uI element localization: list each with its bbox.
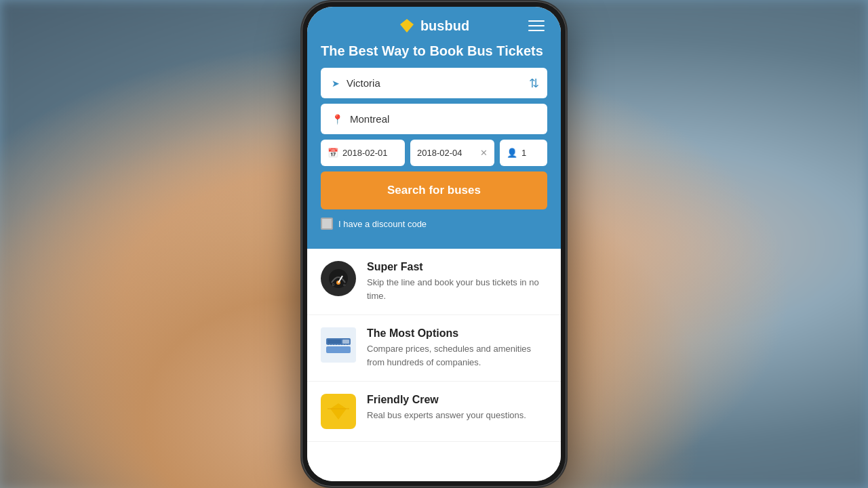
features-section: 0 ∞ Super Fast Skip the line and book yo… xyxy=(307,249,561,481)
departure-date-field[interactable]: 📅 2018-02-01 xyxy=(321,140,405,166)
return-date-value: 2018-02-04 xyxy=(417,148,462,158)
svg-marker-0 xyxy=(400,19,414,33)
swap-button[interactable]: ⇅ xyxy=(529,76,539,91)
feature-fast-content: Super Fast Skip the line and book your b… xyxy=(367,261,547,302)
svg-text:0: 0 xyxy=(332,283,334,287)
discount-label: I have a discount code xyxy=(338,219,427,229)
svg-rect-9 xyxy=(328,340,341,344)
hero-title: The Best Way to Book Bus Tickets xyxy=(321,42,547,60)
feature-options-content: The Most Options Compare prices, schedul… xyxy=(367,327,547,369)
diamond-svg xyxy=(323,396,353,426)
passengers-icon: 👤 xyxy=(507,148,517,158)
passengers-field[interactable]: 👤 1 xyxy=(500,140,547,166)
phone-frame: busbud The Best Way to Book Bus Tickets … xyxy=(302,1,566,487)
feature-crew-title: Friendly Crew xyxy=(367,394,547,406)
discount-checkbox[interactable] xyxy=(321,218,333,230)
menu-line-1 xyxy=(528,20,545,22)
return-date-field[interactable]: 2018-02-04 ✕ xyxy=(410,140,494,166)
passengers-value: 1 xyxy=(521,148,526,158)
menu-button[interactable] xyxy=(526,18,547,34)
destination-field[interactable]: 📍 xyxy=(321,104,547,134)
feature-crew-content: Friendly Crew Real bus experts answer yo… xyxy=(367,394,547,422)
svg-rect-10 xyxy=(342,340,349,344)
menu-line-3 xyxy=(528,30,545,31)
location-arrow-icon: ➤ xyxy=(332,78,340,89)
destination-input[interactable] xyxy=(350,113,536,125)
location-pin-icon: 📍 xyxy=(332,114,343,125)
feature-fast-desc: Skip the line and book your bus tickets … xyxy=(367,276,547,302)
feature-fast-title: Super Fast xyxy=(367,261,547,273)
feature-options-desc: Compare prices, schedules and amenities … xyxy=(367,342,547,369)
feature-item-crew: Friendly Crew Real bus experts answer yo… xyxy=(307,382,561,442)
calendar-icon: 📅 xyxy=(328,148,338,158)
search-form: ➤ ⇅ 📍 📅 2018-02-01 2018-02-04 xyxy=(321,68,547,235)
logo-area: busbud xyxy=(399,18,469,34)
phone-screen: busbud The Best Way to Book Bus Tickets … xyxy=(307,7,561,481)
svg-rect-8 xyxy=(326,346,351,353)
speedometer-icon: 0 ∞ xyxy=(321,261,356,296)
app-header: busbud The Best Way to Book Bus Tickets … xyxy=(307,7,561,249)
ticket-icon xyxy=(321,327,356,363)
logo-text: busbud xyxy=(420,18,469,34)
friendly-crew-icon xyxy=(321,394,356,429)
search-button[interactable]: Search for buses xyxy=(321,171,547,209)
origin-input[interactable] xyxy=(347,77,536,89)
speedometer-svg: 0 ∞ xyxy=(326,266,351,291)
date-passengers-row: 📅 2018-02-01 2018-02-04 ✕ 👤 1 xyxy=(321,140,547,166)
origin-field[interactable]: ➤ ⇅ xyxy=(321,68,547,98)
logo-diamond-icon xyxy=(399,18,415,34)
ticket-svg xyxy=(323,330,353,360)
feature-options-title: The Most Options xyxy=(367,327,547,340)
clear-return-date-icon[interactable]: ✕ xyxy=(480,148,488,158)
feature-item-fast: 0 ∞ Super Fast Skip the line and book yo… xyxy=(307,249,561,315)
menu-line-2 xyxy=(528,25,545,26)
feature-item-options: The Most Options Compare prices, schedul… xyxy=(307,315,561,382)
discount-row: I have a discount code xyxy=(321,215,547,235)
departure-date-value: 2018-02-01 xyxy=(342,148,388,158)
header-top-bar: busbud xyxy=(321,18,547,34)
feature-crew-desc: Real bus experts answer your questions. xyxy=(367,409,547,422)
svg-text:∞: ∞ xyxy=(343,283,346,287)
